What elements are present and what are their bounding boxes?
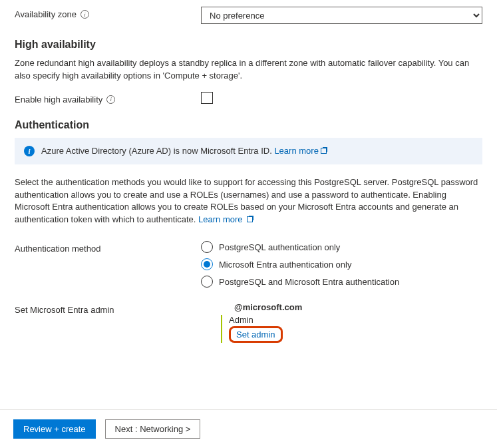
authentication-description: Select the authentication methods you wo…: [15, 176, 482, 226]
auth-learn-more-link[interactable]: Learn more: [198, 214, 253, 224]
external-link-icon: [321, 147, 327, 154]
radio-entra-only[interactable]: Microsoft Entra authentication only: [201, 258, 482, 270]
enable-ha-checkbox[interactable]: [201, 92, 213, 104]
radio-label: PostgreSQL and Microsoft Entra authentic…: [219, 277, 399, 287]
high-availability-heading: High availability: [15, 39, 482, 51]
banner-learn-more-link[interactable]: Learn more: [274, 146, 327, 156]
radio-label: Microsoft Entra authentication only: [219, 260, 351, 270]
authentication-heading: Authentication: [15, 119, 482, 131]
external-link-icon: [247, 216, 253, 222]
review-create-button[interactable]: Review + create: [13, 419, 96, 439]
radio-label: PostgreSQL authentication only: [219, 242, 340, 252]
radio-icon: [201, 276, 213, 288]
set-admin-link[interactable]: Set admin: [236, 330, 275, 339]
admin-email: @microsoft.com: [201, 302, 482, 312]
next-networking-button[interactable]: Next : Networking >: [105, 419, 201, 439]
availability-zone-select[interactable]: No preference: [201, 7, 482, 24]
radio-icon: [201, 241, 213, 253]
info-icon: i: [24, 146, 35, 156]
set-admin-label: Set Microsoft Entra admin: [15, 305, 114, 315]
availability-zone-label: Availability zone: [15, 9, 77, 19]
admin-role: Admin: [229, 315, 482, 325]
auth-method-label: Authentication method: [15, 244, 100, 254]
info-icon[interactable]: i: [106, 95, 115, 104]
radio-icon: [201, 258, 213, 270]
radio-both[interactable]: PostgreSQL and Microsoft Entra authentic…: [201, 276, 482, 288]
entra-banner: i Azure Active Directory (Azure AD) is n…: [15, 138, 482, 164]
set-admin-highlight: Set admin: [229, 326, 283, 343]
radio-postgresql-only[interactable]: PostgreSQL authentication only: [201, 241, 482, 253]
enable-ha-label: Enable high availability: [15, 95, 102, 105]
info-icon[interactable]: i: [81, 10, 89, 19]
footer-bar: Review + create Next : Networking >: [0, 409, 497, 448]
high-availability-description: Zone redundant high availability deploys…: [15, 57, 482, 83]
banner-text: Azure Active Directory (Azure AD) is now…: [41, 146, 274, 156]
